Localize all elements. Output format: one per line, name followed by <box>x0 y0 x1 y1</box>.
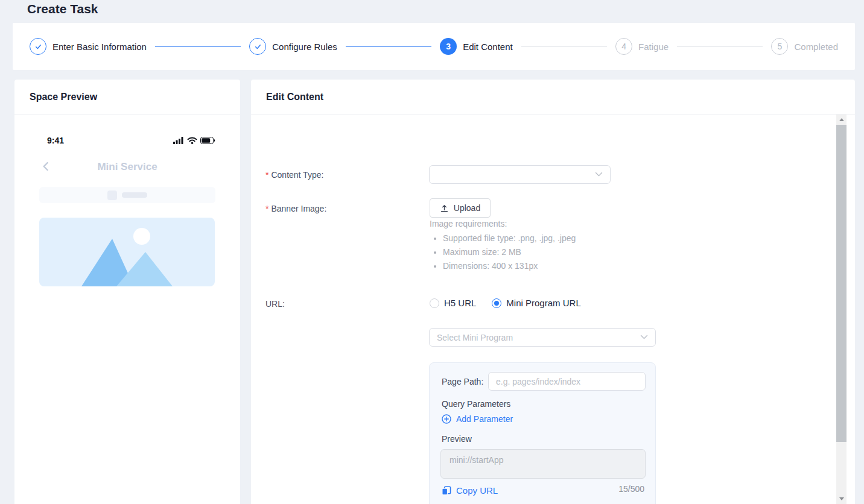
back-chevron-icon[interactable] <box>40 161 51 174</box>
content-type-label: *Content Type: <box>265 170 323 180</box>
page-title: Create Task <box>27 2 98 16</box>
required-asterisk: * <box>265 170 268 180</box>
wifi-icon <box>187 137 197 144</box>
mini-program-select[interactable]: Select Mini Program <box>429 328 656 347</box>
url-type-radio-group: H5 URL Mini Program URL <box>430 298 581 308</box>
radio-mini-program-url[interactable]: Mini Program URL <box>492 298 580 308</box>
chevron-down-icon <box>640 335 648 340</box>
mini-program-select-placeholder: Select Mini Program <box>437 333 513 342</box>
edit-content-title: Edit Content <box>251 80 855 115</box>
step-completed[interactable]: 5 Completed <box>771 38 838 55</box>
chevron-down-icon <box>595 172 603 177</box>
battery-icon <box>200 137 215 144</box>
image-requirements: Image requirements: Supported file type:… <box>430 219 576 275</box>
radio-h5-url[interactable]: H5 URL <box>430 298 476 308</box>
edit-content-form: *Content Type: *Banner Image: Upload Ima… <box>251 115 855 504</box>
step-number: 4 <box>615 38 632 55</box>
wizard-stepper: Enter Basic Information Configure Rules … <box>13 23 855 70</box>
phone-nav-title: Mini Service <box>39 161 215 173</box>
upload-button-label: Upload <box>454 203 480 213</box>
scroll-up-arrow[interactable] <box>836 115 847 125</box>
char-count: 15/500 <box>618 484 644 494</box>
radio-checked-icon <box>492 298 501 308</box>
check-icon <box>253 42 262 51</box>
add-parameter-label: Add Parameter <box>456 414 513 424</box>
url-label: URL: <box>265 299 285 309</box>
status-time: 9:41 <box>47 136 64 145</box>
phone-navbar: Mini Service <box>39 158 215 176</box>
triangle-down-icon <box>839 497 844 500</box>
check-icon <box>34 42 43 51</box>
skeleton-pill <box>122 192 147 198</box>
mountains-sun-illustration <box>39 218 215 286</box>
banner-image-label: *Banner Image: <box>265 204 326 213</box>
step-label: Fatigue <box>638 42 669 52</box>
skeleton-square <box>107 191 117 200</box>
step-fatigue[interactable]: 4 Fatigue <box>615 38 669 55</box>
add-parameter-button[interactable]: Add Parameter <box>442 414 513 424</box>
phone-statusbar: 9:41 <box>39 136 215 145</box>
scrollbar-thumb[interactable] <box>836 125 847 442</box>
upload-icon <box>440 204 449 213</box>
step-number: 5 <box>771 38 788 55</box>
radio-unchecked-icon <box>430 298 439 308</box>
mini-program-card: Page Path: Query Parameters Add Paramete… <box>429 362 656 504</box>
step-edit-content[interactable]: 3 Edit Content <box>440 38 513 55</box>
radio-label: H5 URL <box>444 298 476 308</box>
step-label: Configure Rules <box>272 42 337 52</box>
requirement-item: Maximum size: 2 MB <box>443 247 576 257</box>
vertical-scrollbar[interactable] <box>836 115 847 504</box>
step-enter-basic-information[interactable]: Enter Basic Information <box>30 38 147 55</box>
page-path-label: Page Path: <box>442 377 483 386</box>
edit-content-panel: Edit Content *Content Type: *Banner Imag… <box>251 80 855 504</box>
step-label: Enter Basic Information <box>52 42 147 52</box>
content-type-select[interactable] <box>429 165 611 184</box>
space-preview-panel: Space Preview 9:41 <box>14 80 240 504</box>
copy-url-button[interactable]: Copy URL <box>442 485 498 496</box>
step-done-circle <box>249 38 266 55</box>
step-connector <box>521 46 607 47</box>
copy-url-label: Copy URL <box>456 485 498 496</box>
step-connector <box>677 46 763 47</box>
step-number: 3 <box>440 38 457 55</box>
preview-label: Preview <box>442 434 472 444</box>
upload-button[interactable]: Upload <box>430 198 491 218</box>
step-label: Edit Content <box>463 42 513 52</box>
query-parameters-label: Query Parameters <box>442 399 510 409</box>
skeleton-placeholder-bar <box>39 187 215 203</box>
scroll-down-arrow[interactable] <box>836 494 847 504</box>
step-connector <box>346 46 431 47</box>
required-asterisk: * <box>265 204 268 213</box>
image-requirements-title: Image requirements: <box>430 219 576 228</box>
banner-image-placeholder <box>39 218 215 286</box>
triangle-up-icon <box>839 118 844 121</box>
plus-circle-icon <box>442 414 451 424</box>
step-connector <box>155 46 241 47</box>
phone-mockup: 9:41 <box>39 136 215 286</box>
signal-icon <box>173 137 184 144</box>
radio-label: Mini Program URL <box>506 298 580 308</box>
url-preview-box: mini://startApp <box>440 449 646 479</box>
step-done-circle <box>30 38 46 55</box>
step-label: Completed <box>794 42 838 52</box>
requirement-item: Dimensions: 400 x 131px <box>443 261 576 271</box>
step-configure-rules[interactable]: Configure Rules <box>249 38 337 55</box>
page-path-input[interactable] <box>488 372 646 391</box>
space-preview-title: Space Preview <box>14 80 240 115</box>
requirement-item: Supported file type: .png, .jpg, .jpeg <box>443 233 576 243</box>
copy-icon <box>442 486 451 496</box>
